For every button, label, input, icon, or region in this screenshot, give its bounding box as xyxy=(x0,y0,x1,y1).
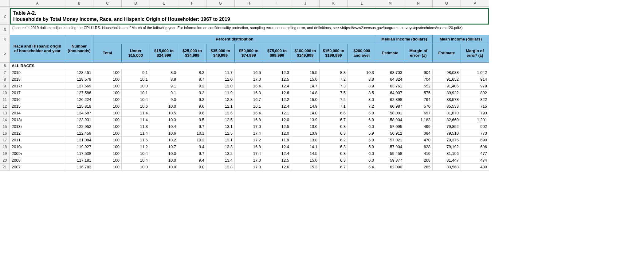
data-cell[interactable]: 100 xyxy=(93,96,122,103)
data-cell[interactable]: 793 xyxy=(461,110,489,117)
data-cell[interactable]: 126,224 xyxy=(65,96,93,103)
data-cell[interactable]: 6.7 xyxy=(320,164,348,171)
data-cell[interactable]: 7.1 xyxy=(320,103,348,110)
data-cell[interactable]: 13.4 xyxy=(206,157,235,164)
data-cell[interactable]: 17.3 xyxy=(235,164,263,171)
col-header-K[interactable]: K xyxy=(320,0,348,7)
data-cell[interactable]: 100 xyxy=(93,130,122,137)
data-cell[interactable]: 10.7 xyxy=(150,144,178,150)
data-cell[interactable]: 914 xyxy=(461,76,489,83)
data-cell[interactable]: 16.8 xyxy=(235,144,263,150)
data-cell[interactable]: 122,952 xyxy=(65,123,93,130)
year-cell[interactable]: 2013 3 xyxy=(10,117,65,123)
data-cell[interactable]: 8.7 xyxy=(178,76,206,83)
data-cell[interactable]: 100 xyxy=(93,69,122,76)
data-cell[interactable]: 79,192 xyxy=(433,144,461,150)
data-cell[interactable]: 690 xyxy=(461,137,489,144)
data-cell[interactable]: 13.1 xyxy=(206,137,235,144)
data-cell[interactable]: 57,904 xyxy=(376,144,404,150)
data-cell[interactable]: 59,458 xyxy=(376,150,404,157)
row-header-14[interactable]: 14 xyxy=(0,117,10,123)
data-cell[interactable]: 470 xyxy=(404,137,433,144)
data-cell[interactable]: 9.2 xyxy=(178,96,206,103)
data-cell[interactable]: 12.6 xyxy=(263,164,291,171)
data-cell[interactable]: 904 xyxy=(404,69,433,76)
data-cell[interactable]: 8.3 xyxy=(178,69,206,76)
data-cell[interactable]: 100 xyxy=(93,123,122,130)
row-header-6[interactable]: 6 xyxy=(0,63,10,69)
data-cell[interactable]: 83,568 xyxy=(433,164,461,171)
data-cell[interactable]: 14.0 xyxy=(291,110,320,117)
data-cell[interactable]: 100 xyxy=(93,110,122,117)
data-cell[interactable]: 122,459 xyxy=(65,130,93,137)
year-cell[interactable]: 2019 xyxy=(10,69,65,76)
data-cell[interactable]: 14.8 xyxy=(291,90,320,96)
data-cell[interactable]: 8.0 xyxy=(150,69,178,76)
year-cell[interactable]: 2012 xyxy=(10,130,65,137)
data-cell[interactable]: 8.8 xyxy=(348,76,376,83)
data-cell[interactable]: 10.0 xyxy=(150,103,178,110)
data-cell[interactable]: 10.1 xyxy=(122,76,150,83)
data-cell[interactable]: 17.4 xyxy=(235,130,263,137)
data-cell[interactable]: 10.1 xyxy=(122,90,150,96)
data-cell[interactable]: 10.0 xyxy=(150,150,178,157)
data-cell[interactable]: 10.0 xyxy=(122,83,150,90)
data-cell[interactable]: 11.2 xyxy=(122,144,150,150)
data-cell[interactable]: 57,095 xyxy=(376,123,404,130)
col-header-I[interactable]: I xyxy=(263,0,291,7)
data-cell[interactable]: 125,819 xyxy=(65,103,93,110)
year-cell[interactable]: 2013 4 xyxy=(10,123,65,130)
data-cell[interactable]: 10.4 xyxy=(122,157,150,164)
data-cell[interactable]: 14.9 xyxy=(291,103,320,110)
data-cell[interactable]: 12.0 xyxy=(206,76,235,83)
data-cell[interactable]: 59,877 xyxy=(376,157,404,164)
data-cell[interactable]: 10.6 xyxy=(150,130,178,137)
row-header-19[interactable]: 19 xyxy=(0,150,10,157)
data-cell[interactable]: 9.4 xyxy=(178,157,206,164)
data-cell[interactable]: 268 xyxy=(404,157,433,164)
data-cell[interactable]: 697 xyxy=(404,110,433,117)
row-header-13[interactable]: 13 xyxy=(0,110,10,117)
data-cell[interactable]: 10.0 xyxy=(150,157,178,164)
data-cell[interactable]: 9.6 xyxy=(178,103,206,110)
col-header-M[interactable]: M xyxy=(376,0,404,7)
year-cell[interactable]: 2018 xyxy=(10,76,65,83)
data-cell[interactable]: 12.3 xyxy=(206,96,235,103)
data-cell[interactable]: 62,090 xyxy=(376,164,404,171)
data-cell[interactable]: 13.9 xyxy=(291,117,320,123)
data-cell[interactable]: 10.4 xyxy=(122,96,150,103)
data-cell[interactable]: 7.5 xyxy=(320,90,348,96)
data-cell[interactable]: 57,021 xyxy=(376,137,404,144)
data-cell[interactable]: 8.0 xyxy=(348,96,376,103)
data-cell[interactable]: 17.2 xyxy=(235,137,263,144)
data-cell[interactable]: 79,375 xyxy=(433,137,461,144)
row-header-9[interactable]: 9 xyxy=(0,83,10,90)
data-cell[interactable]: 822 xyxy=(461,96,489,103)
data-cell[interactable]: 81,196 xyxy=(433,150,461,157)
data-cell[interactable]: 16.3 xyxy=(235,90,263,96)
data-cell[interactable]: 6.8 xyxy=(348,110,376,117)
data-cell[interactable]: 12.5 xyxy=(263,123,291,130)
data-cell[interactable]: 15.0 xyxy=(291,96,320,103)
data-cell[interactable]: 9.1 xyxy=(150,83,178,90)
data-cell[interactable]: 117,181 xyxy=(65,157,93,164)
data-cell[interactable]: 88,578 xyxy=(433,96,461,103)
col-header-H[interactable]: H xyxy=(235,0,263,7)
data-cell[interactable]: 16.7 xyxy=(235,96,263,103)
data-cell[interactable]: 13.3 xyxy=(206,144,235,150)
data-cell[interactable]: 13.6 xyxy=(291,123,320,130)
row-header-11[interactable]: 11 xyxy=(0,96,10,103)
data-cell[interactable]: 628 xyxy=(404,144,433,150)
data-cell[interactable]: 8.5 xyxy=(348,90,376,96)
data-cell[interactable]: 17.0 xyxy=(235,123,263,130)
year-cell[interactable]: 2007 xyxy=(10,164,65,171)
data-cell[interactable]: 12.6 xyxy=(263,90,291,96)
data-cell[interactable]: 9.5 xyxy=(178,117,206,123)
data-cell[interactable]: 127,586 xyxy=(65,90,93,96)
data-cell[interactable]: 127,669 xyxy=(65,83,93,90)
data-cell[interactable]: 58,001 xyxy=(376,110,404,117)
data-cell[interactable]: 100 xyxy=(93,164,122,171)
row-header-3[interactable]: 3 xyxy=(0,25,10,35)
data-cell[interactable]: 499 xyxy=(404,123,433,130)
row-header-5[interactable]: 5 xyxy=(0,44,10,63)
